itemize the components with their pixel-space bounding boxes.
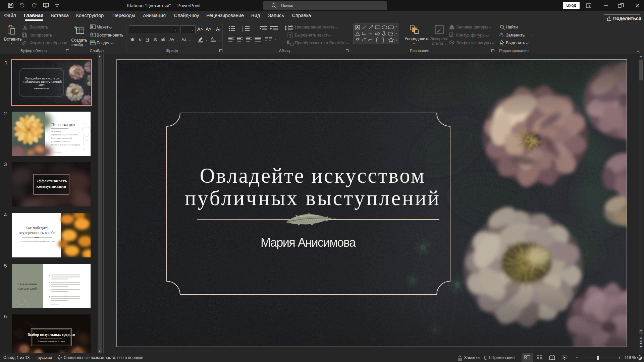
svg-text:Стратегии укрепления увереннос: Стратегии укрепления уверенности в себе [19,240,55,242]
svg-text:Выбор визуальных средств: Выбор визуальных средств [28,333,75,337]
svg-text:Вовлечение: Вовлечение [18,282,37,286]
svg-text:Укрепление уверенности в себе: Укрепление уверенности в себе [51,134,78,136]
svg-text:Овладейте искусством: Овладейте искусством [200,164,424,187]
svg-text:Итоговые советы и рекомендации: Итоговые советы и рекомендации [51,144,80,146]
svg-text:Повестка дня: Повестка дня [51,122,75,127]
svg-text:коммуникации: коммуникации [36,184,66,189]
svg-text:Эффективность: Эффективность [36,178,67,183]
svg-text:3: 3 [242,30,244,32]
svg-text:Тренировка навыков выступления: Тренировка навыков выступления [38,340,65,342]
svg-text:Вступление: Вступление [51,130,61,132]
svg-text:Мария Анисимова: Мария Анисимова [261,236,356,249]
svg-text:А: А [291,25,293,28]
svg-text:c: c [502,35,504,38]
svg-text:слушателей: слушателей [18,286,37,290]
svg-text:Как победить: Как победить [25,226,49,230]
svg-text:А: А [357,26,359,29]
svg-text:Вовлечение слушателей: Вовлечение слушателей [51,137,72,139]
svg-text:Визуальные средства: Визуальные средства [51,140,70,142]
svg-text:неуверенность в себе: неуверенность в себе [19,230,55,235]
